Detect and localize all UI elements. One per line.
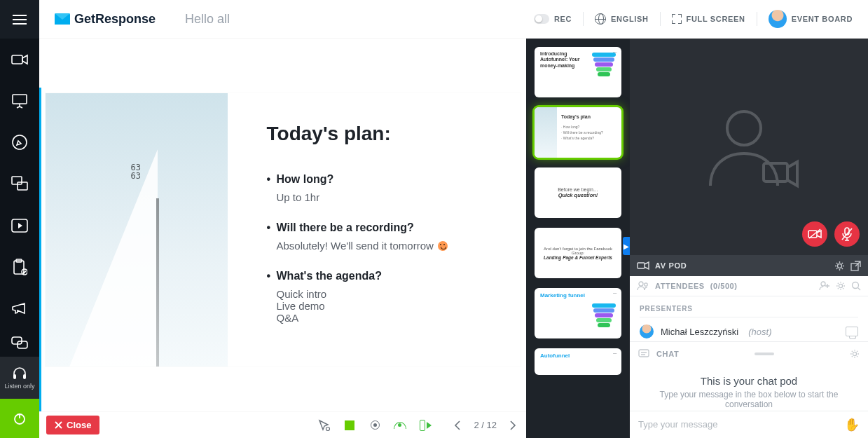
slide-image: 63 63 — [46, 93, 228, 367]
hamburger-icon — [12, 14, 27, 25]
thumbnail-1[interactable]: · · · · · Introducing Autofunnel: Your m… — [535, 47, 621, 97]
power-icon — [13, 411, 27, 425]
add-person-icon[interactable] — [819, 281, 830, 291]
power-button[interactable] — [0, 399, 39, 438]
camera-preview — [630, 39, 868, 255]
presenters-section: PRESENTERS Michał Leszczyński (host) — [630, 296, 868, 341]
sail-number: 63 63 — [131, 163, 141, 180]
presenter-row[interactable]: Michał Leszczyński (host) — [640, 324, 858, 338]
attendees-count: (0/500) — [710, 282, 738, 290]
gear-icon[interactable] — [850, 349, 860, 359]
eye-icon — [394, 422, 406, 429]
chevron-right-icon — [509, 420, 516, 430]
event-board-label: EVENT BOARD — [792, 15, 853, 23]
rail-announce[interactable] — [0, 287, 39, 329]
next-slide-button[interactable] — [507, 418, 519, 433]
current-slide: 63 63 Today's plan: How long? Up to 1hr … — [46, 93, 521, 367]
rail-chat[interactable] — [0, 329, 39, 357]
thumbnail-2[interactable]: Today's plan · How long?· Will there be … — [535, 107, 621, 158]
svg-rect-10 — [18, 341, 27, 348]
presenter-name: Michał Leszczyński — [661, 327, 738, 337]
rail-whiteboard[interactable] — [0, 122, 39, 163]
left-rail: Listen only — [0, 0, 39, 438]
language-label: ENGLISH — [611, 15, 649, 23]
chat-label: CHAT — [656, 350, 679, 358]
emoji-icon — [438, 241, 448, 251]
svg-rect-11 — [13, 374, 16, 379]
svg-rect-6 — [14, 261, 24, 274]
search-icon[interactable] — [851, 281, 861, 291]
svg-point-14 — [326, 427, 330, 430]
slide-a3: Quick intro Live demo Q&A — [267, 288, 490, 324]
funnel-icon — [592, 303, 616, 328]
svg-rect-17 — [808, 231, 817, 238]
stage-footer: Close 2 / 1 — [39, 411, 526, 438]
mic-off-icon — [841, 227, 853, 241]
thumbnail-4[interactable]: And don't forget to join the Facebook Gr… — [535, 228, 621, 278]
visibility-tool[interactable] — [394, 419, 406, 432]
toggle-mic-button[interactable] — [834, 221, 860, 247]
slide-a2: Absolutely! We'll send it tomorrow — [267, 240, 490, 252]
svg-point-22 — [639, 282, 643, 286]
arrow-right-icon — [427, 422, 432, 429]
rail-screenshare[interactable] — [0, 163, 39, 205]
rail-survey[interactable] — [0, 246, 39, 287]
thumbnail-3[interactable]: Before we begin… Quick question! — [535, 167, 621, 218]
envelope-icon — [55, 13, 70, 25]
room-title: Hello all — [185, 12, 230, 27]
headphones-icon — [12, 366, 27, 380]
gear-icon[interactable] — [834, 261, 845, 271]
record-label: REC — [554, 15, 572, 23]
popout-icon[interactable] — [850, 261, 861, 271]
prev-slide-button[interactable] — [451, 418, 464, 433]
slide-title: Today's plan: — [267, 123, 490, 145]
people-icon — [637, 281, 649, 291]
chat-icon — [638, 349, 649, 359]
rail-presentation[interactable] — [0, 80, 39, 121]
svg-point-25 — [839, 284, 842, 287]
svg-point-23 — [645, 283, 647, 286]
marker-tool[interactable] — [343, 419, 356, 432]
cursor-icon — [318, 419, 331, 432]
slide-stage: 63 63 Today's plan: How long? Up to 1hr … — [39, 39, 526, 438]
square-icon — [345, 420, 354, 430]
fullscreen-button[interactable]: FULL SCREEN — [672, 14, 745, 24]
event-board-button[interactable]: EVENT BOARD — [769, 10, 853, 28]
chat-input[interactable] — [638, 419, 844, 430]
svg-point-15 — [727, 111, 761, 145]
camera-icon — [11, 53, 28, 66]
thumbnail-6[interactable]: · · · · · Autofunnel — [535, 348, 621, 375]
rail-video[interactable] — [0, 205, 39, 246]
presentation-icon — [11, 93, 28, 109]
chat-bubbles-icon — [11, 336, 28, 349]
chat-header[interactable]: CHAT — [630, 341, 868, 364]
menu-button[interactable] — [0, 0, 39, 39]
raise-hand-button[interactable]: ✋ — [844, 417, 860, 432]
close-button[interactable]: Close — [46, 416, 99, 434]
rail-camera[interactable] — [0, 39, 39, 80]
record-tool[interactable] — [368, 419, 381, 432]
drag-handle-icon[interactable] — [755, 353, 774, 355]
svg-point-26 — [853, 282, 859, 289]
person-camera-icon — [696, 95, 801, 200]
collapse-panel-button[interactable]: ▶ — [623, 237, 630, 255]
megaphone-icon — [11, 301, 28, 315]
svg-point-28 — [853, 352, 856, 355]
svg-point-24 — [821, 282, 825, 286]
thumbnail-5[interactable]: · · · · · Marketing funnel — [535, 288, 621, 338]
close-icon — [55, 421, 62, 429]
gear-icon[interactable] — [836, 281, 846, 291]
chat-subtitle: Type your message in the box below to st… — [647, 390, 851, 409]
avatar-icon — [640, 324, 654, 338]
exit-tool[interactable] — [419, 419, 432, 432]
record-toggle[interactable]: REC — [534, 14, 572, 24]
slide-q3: What's the agenda? — [267, 270, 490, 282]
attendees-header[interactable]: ATTENDEES (0/500) — [630, 276, 868, 296]
svg-rect-9 — [12, 337, 22, 344]
clipboard-check-icon — [12, 259, 27, 275]
chevron-left-icon — [454, 420, 461, 430]
toggle-camera-button[interactable] — [802, 221, 827, 247]
pointer-tool[interactable] — [318, 419, 331, 432]
listen-only-button[interactable]: Listen only — [0, 357, 39, 399]
language-button[interactable]: ENGLISH — [595, 13, 649, 25]
